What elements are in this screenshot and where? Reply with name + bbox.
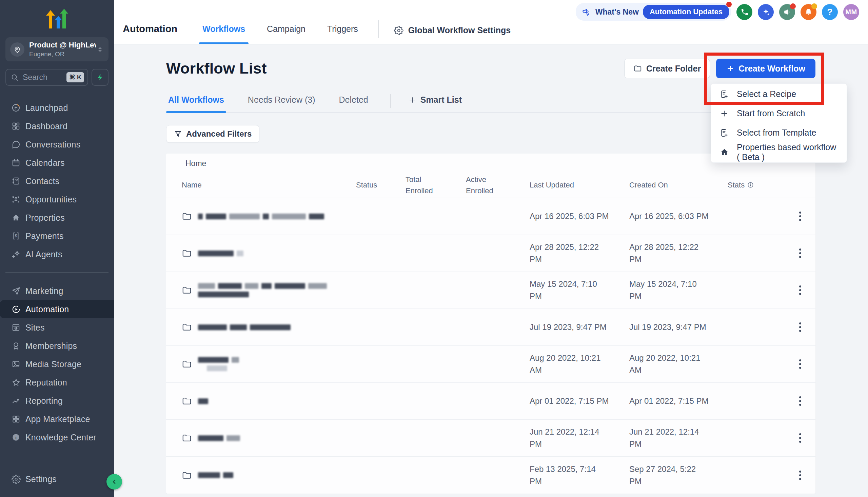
house-icon — [11, 213, 21, 223]
sidebar-item-properties[interactable]: Properties — [0, 209, 114, 227]
folder-icon — [182, 433, 192, 443]
row-actions-menu[interactable] — [796, 320, 804, 335]
sidebar-search-input[interactable]: Search ⌘ K — [5, 69, 88, 86]
table-row[interactable]: Jun 21 2022, 12:14 PM Jun 21 2022, 12:14… — [166, 420, 815, 457]
menu-item-select-a-recipe[interactable]: Select a Recipe — [711, 84, 846, 104]
sidebar-item-conversations[interactable]: Conversations — [0, 135, 114, 154]
table-row[interactable]: Jul 19 2023, 9:47 PM Jul 19 2023, 9:47 P… — [166, 309, 815, 346]
notifications-button[interactable] — [800, 4, 816, 20]
chat-bubble-icon — [11, 140, 21, 149]
announcement-icon — [581, 7, 591, 17]
create-workflow-menu: Select a Recipe Start from Scratch Selec… — [711, 83, 847, 163]
row-actions-menu[interactable] — [796, 246, 804, 261]
global-workflow-settings-link[interactable]: Global Workflow Settings — [394, 25, 511, 44]
phone-button[interactable] — [737, 4, 752, 20]
help-button[interactable]: ? — [822, 4, 838, 20]
launchpad-icon — [11, 103, 21, 113]
row-actions-menu[interactable] — [796, 357, 804, 372]
sidebar-item-media-storage[interactable]: Media Storage — [0, 355, 114, 373]
tab-deleted[interactable]: Deleted — [337, 95, 370, 112]
location-pin-icon — [10, 42, 25, 57]
redacted-name — [198, 251, 243, 256]
folder-icon — [182, 285, 192, 295]
tab-needs-review[interactable]: Needs Review (3) — [246, 95, 317, 112]
column-active-enrolled: Active Enrolled — [466, 174, 501, 196]
created-on-cell: Apr 28 2025, 12:22 PM — [629, 241, 709, 266]
sidebar-item-sites[interactable]: Sites — [0, 318, 114, 337]
menu-item-start-from-scratch[interactable]: Start from Scratch — [711, 104, 846, 123]
tab-all-workflows[interactable]: All Workflows — [166, 95, 226, 112]
sidebar-item-marketing[interactable]: Marketing — [0, 282, 114, 300]
payments-icon: $ — [11, 231, 21, 241]
sidebar: Product @ HighLevel Eugene, OR Search ⌘ … — [0, 0, 114, 497]
table-row[interactable]: Apr 01 2022, 7:15 PM Apr 01 2022, 7:15 P… — [166, 383, 815, 420]
last-updated-cell: Jun 21 2022, 12:14 PM — [530, 426, 609, 450]
sidebar-item-app-marketplace[interactable]: App Marketplace — [0, 410, 114, 428]
ai-assistant-button[interactable] — [758, 4, 774, 20]
user-avatar[interactable]: MM — [843, 4, 859, 20]
row-actions-menu[interactable] — [796, 283, 804, 298]
sidebar-item-calendars[interactable]: Calendars — [0, 154, 114, 172]
redacted-name — [198, 283, 327, 297]
sidebar-collapse-button[interactable] — [106, 474, 122, 489]
whats-new-button[interactable]: What's New Automation Updates — [576, 3, 731, 21]
folder-icon — [182, 396, 192, 406]
folder-icon — [634, 64, 642, 73]
info-circle-icon: i — [11, 432, 21, 442]
page-title: Workflow List — [166, 60, 267, 77]
sidebar-item-reputation[interactable]: Reputation — [0, 373, 114, 392]
table-row[interactable]: May 15 2024, 7:10 PM May 15 2024, 7:10 P… — [166, 272, 815, 309]
quick-actions-button[interactable] — [91, 69, 109, 86]
lightning-bolt-icon — [96, 73, 104, 82]
tab-triggers[interactable]: Triggers — [326, 24, 359, 44]
calendar-icon — [11, 158, 21, 168]
row-actions-menu[interactable] — [796, 430, 804, 445]
row-actions-menu[interactable] — [796, 468, 804, 483]
automation-updates-badge[interactable]: Automation Updates — [643, 5, 729, 19]
table-row[interactable]: Apr 28 2025, 12:22 PM Apr 28 2025, 12:22… — [166, 235, 815, 272]
sparkles-icon — [762, 8, 770, 16]
automation-play-icon — [11, 304, 21, 314]
tab-campaign[interactable]: Campaign — [266, 24, 307, 44]
folder-icon — [182, 470, 192, 480]
sidebar-nav: Launchpad Dashboard Conversations Calend… — [0, 99, 114, 470]
row-actions-menu[interactable] — [796, 209, 804, 224]
sidebar-item-memberships[interactable]: Memberships — [0, 337, 114, 355]
browser-globe-icon — [11, 323, 21, 332]
table-row[interactable]: Aug 20 2022, 10:21 AM Aug 20 2022, 10:21… — [166, 346, 815, 383]
sidebar-item-opportunities[interactable]: Opportunities — [0, 190, 114, 209]
sidebar-item-payments[interactable]: $ Payments — [0, 227, 114, 245]
folder-icon — [182, 211, 192, 222]
plus-icon — [726, 65, 735, 73]
sidebar-item-settings[interactable]: Settings — [0, 470, 114, 488]
question-mark-icon: ? — [827, 7, 833, 17]
create-workflow-button[interactable]: Create Workflow — [716, 59, 815, 78]
table-row[interactable]: Apr 16 2025, 6:03 PM Apr 16 2025, 6:03 P… — [166, 198, 815, 235]
row-actions-menu[interactable] — [796, 394, 804, 409]
create-folder-button[interactable]: Create Folder — [624, 59, 710, 78]
account-switcher[interactable]: Product @ HighLevel Eugene, OR — [5, 37, 109, 61]
sidebar-item-launchpad[interactable]: Launchpad — [0, 99, 114, 117]
table-row[interactable]: Feb 13 2025, 7:14 PM Sep 27 2024, 5:22 P… — [166, 457, 815, 494]
search-icon — [11, 74, 19, 81]
image-icon — [11, 359, 21, 369]
sidebar-item-automation[interactable]: Automation — [0, 300, 114, 318]
folder-icon — [182, 359, 192, 369]
menu-item-select-from-template[interactable]: Select from Template — [711, 123, 846, 142]
info-icon — [747, 182, 754, 188]
sidebar-item-knowledge-center[interactable]: i Knowledge Center — [0, 428, 114, 446]
menu-item-properties-based-workflow[interactable]: Properties based workflow ( Beta ) — [711, 142, 846, 162]
sidebar-item-ai-agents[interactable]: AI Agents — [0, 245, 114, 264]
chevron-up-down-icon — [96, 45, 104, 54]
dashboard-icon — [11, 122, 21, 131]
announcements-button[interactable] — [779, 4, 795, 20]
notification-badge — [790, 3, 796, 9]
sidebar-item-reporting[interactable]: Reporting — [0, 392, 114, 410]
megaphone-icon — [783, 8, 792, 16]
sidebar-item-contacts[interactable]: Contacts — [0, 172, 114, 190]
smart-list-button[interactable]: Smart List — [408, 95, 462, 112]
sidebar-item-dashboard[interactable]: Dashboard — [0, 117, 114, 135]
plus-icon — [408, 96, 416, 104]
advanced-filters-button[interactable]: Advanced Filters — [166, 125, 259, 143]
tab-workflows[interactable]: Workflows — [201, 24, 246, 44]
